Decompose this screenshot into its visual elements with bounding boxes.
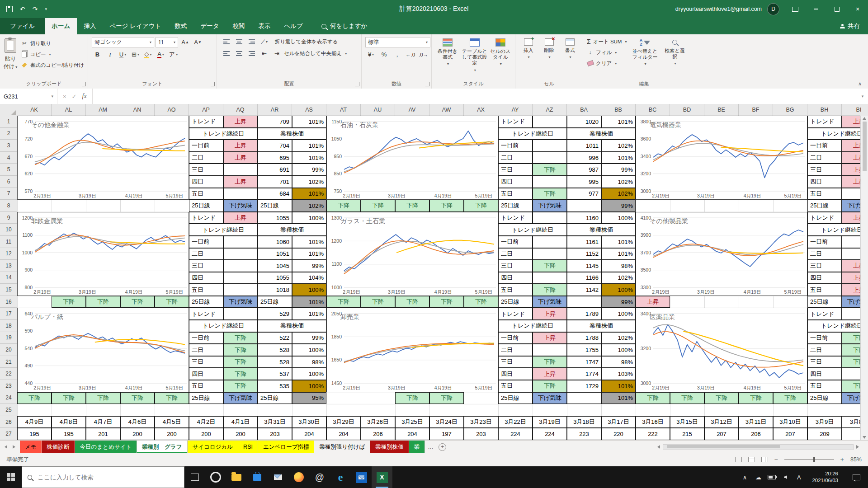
cell-AQ9[interactable]: 上昇	[223, 212, 258, 224]
page-layout-view-icon[interactable]	[748, 457, 755, 462]
row-header-27[interactable]: 27	[0, 428, 17, 440]
cell-AQ12[interactable]	[223, 248, 258, 260]
font-name-select[interactable]: 游ゴシック▾	[92, 37, 154, 47]
zoom-level[interactable]: 85%	[850, 456, 862, 463]
cell-BA19[interactable]: 1788	[567, 332, 601, 344]
cell-AR14[interactable]: 1055	[258, 272, 292, 284]
cell-BH2[interactable]: トレンド継続日	[807, 128, 868, 140]
cell-AY10[interactable]: トレンド継続日	[498, 224, 567, 236]
cell-AY15[interactable]: 五日	[498, 284, 533, 296]
cell-AR8[interactable]: 25日線	[258, 200, 292, 212]
scroll-up-icon[interactable]	[863, 117, 866, 120]
column-header-AL[interactable]: AL	[52, 104, 86, 116]
cell-AT8[interactable]: 下降	[326, 200, 361, 212]
cell-AQ13[interactable]	[223, 260, 258, 272]
increase-indent-button[interactable]: ⇥	[271, 49, 283, 58]
comma-style-button[interactable]: ，	[392, 50, 403, 59]
row-header-22[interactable]: 22	[0, 368, 17, 380]
cell-BB9[interactable]: 100%	[601, 212, 636, 224]
onedrive-cloud-icon[interactable]: ☁	[754, 474, 762, 481]
align-top-button[interactable]	[221, 37, 232, 47]
volume-icon[interactable]	[781, 475, 789, 479]
cell-AY12[interactable]: 二日	[498, 248, 533, 260]
cell-AY24[interactable]: 25日線	[498, 392, 533, 404]
sheet-tab-overflow[interactable]: …	[425, 441, 436, 453]
cell-AV8[interactable]: 下降	[395, 200, 429, 212]
row-header-11[interactable]: 11	[0, 236, 17, 248]
cell-AQ8[interactable]: 下げ気味	[223, 200, 258, 212]
cell-AY16[interactable]: 25日線	[498, 296, 533, 308]
delete-cells-button[interactable]: 削除▾	[540, 37, 558, 79]
cell-BA3[interactable]: 1011	[567, 140, 601, 152]
cell-AZ1[interactable]	[533, 116, 567, 128]
column-header-AY[interactable]: AY	[498, 104, 533, 116]
cell-AS13[interactable]: 99%	[292, 260, 326, 272]
redo-icon[interactable]: ↷	[33, 5, 38, 13]
cell-AS5[interactable]: 99%	[292, 164, 326, 176]
account-email[interactable]: dryyourtearswithlove1@gmail.com	[675, 6, 762, 12]
name-box[interactable]: G231 ▾	[0, 89, 57, 104]
increase-font-button[interactable]: A▲	[179, 38, 191, 47]
sort-filter-button[interactable]: AZ 並べ替えとフィルター▾	[630, 37, 659, 79]
cell-AP19[interactable]: 一日前	[189, 332, 223, 344]
cell-AR11[interactable]: 1060	[258, 236, 292, 248]
row-header-9[interactable]: 9	[0, 212, 17, 224]
horizontal-scroll-thumb[interactable]	[667, 445, 780, 448]
cell-AZ27[interactable]: 224	[533, 428, 567, 440]
cell-AQ16[interactable]: 下げ気味	[223, 296, 258, 308]
autosum-button[interactable]: Σオート SUM▾	[587, 37, 627, 46]
cell-AR9[interactable]: 1055	[258, 212, 292, 224]
cell-AZ3[interactable]	[533, 140, 567, 152]
cell-AQ15[interactable]	[223, 284, 258, 296]
cell-AP5[interactable]: 三日	[189, 164, 223, 176]
cell-AP22[interactable]: 四日	[189, 368, 223, 380]
taskbar-clock[interactable]: 20:26 2021/06/03	[808, 470, 842, 484]
ribbon-tab-ヘルプ[interactable]: ヘルプ	[278, 18, 310, 34]
cell-BC27[interactable]: 222	[636, 428, 670, 440]
cell-BG26[interactable]: 3月10日	[773, 416, 807, 428]
row-header-6[interactable]: 6	[0, 176, 17, 188]
cell-AO16[interactable]: 下降	[155, 296, 189, 308]
cell-AM27[interactable]: 201	[86, 428, 120, 440]
ribbon-tab-挿入[interactable]: 挿入	[77, 18, 103, 34]
cell-AZ5[interactable]: 下降	[533, 164, 567, 176]
ribbon-tab-校閲[interactable]: 校閲	[226, 18, 252, 34]
cell-AS7[interactable]: 101%	[292, 188, 326, 200]
column-header-BF[interactable]: BF	[739, 104, 773, 116]
cell-AO24[interactable]: 下降	[155, 392, 189, 404]
cell-AQ20[interactable]: 下降	[223, 344, 258, 356]
cell-BH4[interactable]: 二日	[807, 152, 842, 164]
column-header-AK[interactable]: AK	[17, 104, 52, 116]
vertical-scrollbar[interactable]	[860, 116, 868, 440]
cell-BB20[interactable]: 100%	[601, 344, 636, 356]
cell-AS23[interactable]: 100%	[292, 380, 326, 392]
conditional-formatting-button[interactable]: 条件付き書式▾	[435, 37, 460, 79]
taskbar-mail[interactable]	[268, 466, 288, 488]
cell-AP21[interactable]: 三日	[189, 356, 223, 368]
cell-AR5[interactable]: 691	[258, 164, 292, 176]
cell-BB19[interactable]: 102%	[601, 332, 636, 344]
cell-AR22[interactable]: 537	[258, 368, 292, 380]
sheet-tab-業種別張り付けば[interactable]: 業種別張り付けば	[314, 441, 370, 453]
cell-AS26[interactable]: 3月30日	[292, 416, 326, 428]
cell-AP20[interactable]: 二日	[189, 344, 223, 356]
row-header-12[interactable]: 12	[0, 248, 17, 260]
zoom-in-icon[interactable]: +	[840, 456, 844, 463]
cell-AX26[interactable]: 3月23日	[464, 416, 498, 428]
cell-BC26[interactable]: 3月16日	[636, 416, 670, 428]
cell-AZ15[interactable]: 下降	[533, 284, 567, 296]
cell-AY9[interactable]: トレンド	[498, 212, 533, 224]
clipboard-dialog-launcher[interactable]	[82, 82, 86, 86]
cell-BH21[interactable]: 三日	[807, 356, 842, 368]
cell-AS17[interactable]: 101%	[292, 308, 326, 320]
cell-AN26[interactable]: 4月6日	[120, 416, 155, 428]
column-header-AQ[interactable]: AQ	[223, 104, 258, 116]
cell-AW27[interactable]: 197	[429, 428, 464, 440]
cell-AU16[interactable]: 下降	[361, 296, 395, 308]
fill-color-button[interactable]: ◇▾	[142, 50, 154, 59]
cell-BA10[interactable]: 業種株価	[567, 224, 636, 236]
cell-BA4[interactable]: 996	[567, 152, 601, 164]
format-painter-button[interactable]: 書式のコピー/貼り付け	[21, 61, 84, 70]
cell-AZ12[interactable]	[533, 248, 567, 260]
insert-cells-button[interactable]: 挿入▾	[519, 37, 538, 79]
